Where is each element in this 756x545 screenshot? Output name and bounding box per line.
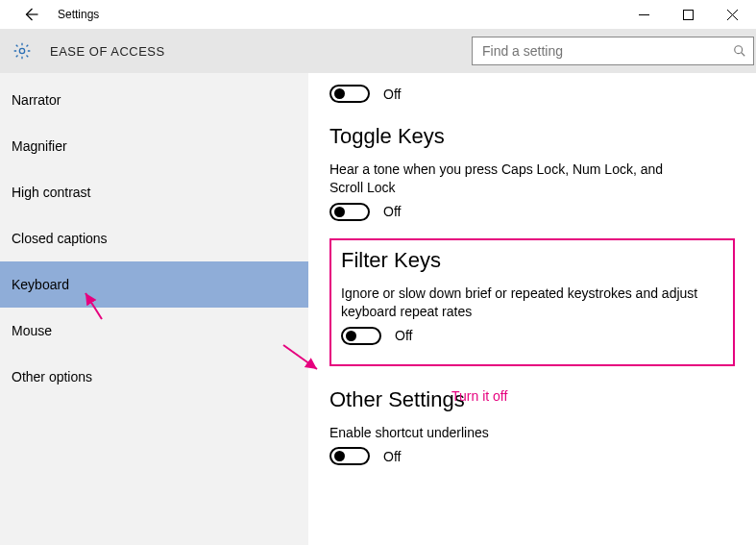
sidebar-item-label: Other options	[12, 369, 92, 384]
enable-shortcut-underlines-label: Enable shortcut underlines	[329, 424, 695, 442]
toggle-keys-toggle[interactable]	[329, 203, 370, 221]
minimize-button[interactable]	[622, 0, 666, 29]
sidebar-item-magnifier[interactable]: Magnifier	[0, 123, 308, 169]
svg-line-7	[742, 53, 745, 57]
sidebar-item-label: Closed captions	[12, 231, 108, 246]
filter-keys-heading: Filter Keys	[341, 248, 723, 273]
top-toggle-label: Off	[383, 87, 401, 102]
sidebar: Narrator Magnifier High contrast Closed …	[0, 73, 308, 545]
content-pane: Off Toggle Keys Hear a tone when you pre…	[308, 73, 756, 545]
svg-point-5	[19, 48, 24, 53]
window-title: Settings	[46, 8, 99, 21]
svg-rect-2	[683, 10, 693, 19]
sidebar-item-narrator[interactable]: Narrator	[0, 77, 308, 123]
sidebar-item-label: Mouse	[12, 323, 52, 338]
filter-keys-description: Ignore or slow down brief or repeated ke…	[341, 285, 706, 321]
enable-shortcut-underlines-state: Off	[383, 449, 401, 464]
close-button[interactable]	[710, 0, 754, 29]
sidebar-item-closed-captions[interactable]: Closed captions	[0, 215, 308, 261]
sidebar-item-label: Narrator	[12, 92, 61, 108]
sidebar-item-high-contrast[interactable]: High contrast	[0, 169, 308, 215]
search-icon[interactable]	[726, 44, 753, 58]
sidebar-item-keyboard[interactable]: Keyboard	[0, 261, 308, 308]
sidebar-item-other-options[interactable]: Other options	[0, 354, 308, 400]
gear-icon	[12, 41, 33, 61]
filter-keys-toggle[interactable]	[341, 327, 381, 345]
toggle-keys-state: Off	[383, 204, 401, 219]
top-toggle[interactable]	[329, 85, 370, 103]
annotation-turn-off: Turn it off	[451, 388, 507, 404]
toggle-keys-heading: Toggle Keys	[329, 124, 735, 149]
filter-keys-state: Off	[395, 328, 412, 343]
back-button[interactable]	[15, 0, 46, 29]
search-input[interactable]	[473, 43, 726, 59]
toggle-keys-description: Hear a tone when you press Caps Lock, Nu…	[329, 161, 695, 197]
search-box[interactable]	[472, 37, 754, 65]
sidebar-item-label: High contrast	[12, 185, 90, 200]
other-settings-heading: Other Settings	[329, 387, 735, 412]
sidebar-item-label: Keyboard	[12, 277, 69, 292]
titlebar: Settings	[0, 0, 756, 29]
page-title: EASE OF ACCESS	[50, 44, 165, 59]
svg-point-6	[735, 46, 743, 54]
sidebar-item-label: Magnifier	[12, 138, 67, 154]
sidebar-item-mouse[interactable]: Mouse	[0, 308, 308, 354]
header: EASE OF ACCESS	[0, 29, 756, 73]
filter-keys-annotation-box: Filter Keys Ignore or slow down brief or…	[329, 238, 735, 366]
maximize-button[interactable]	[666, 0, 710, 29]
enable-shortcut-underlines-toggle[interactable]	[329, 447, 370, 465]
